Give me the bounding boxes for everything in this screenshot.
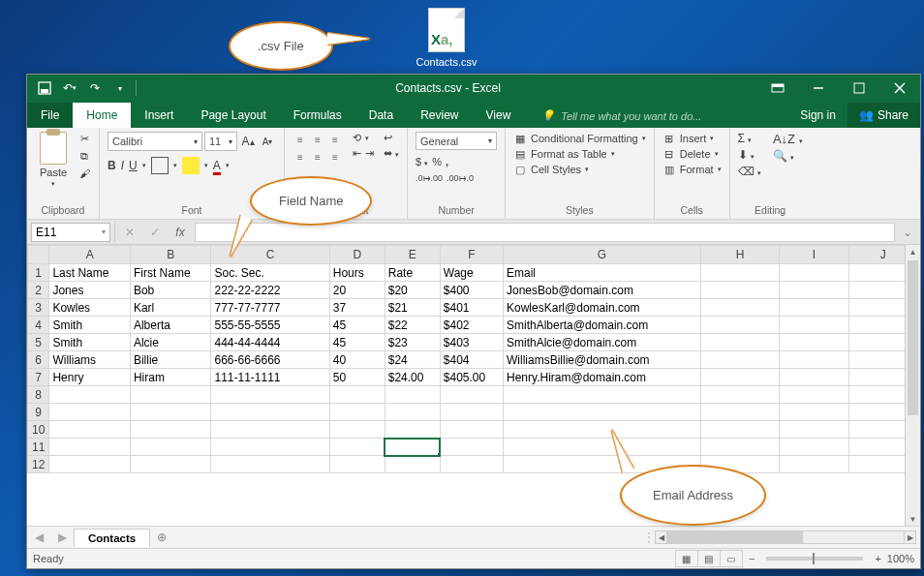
column-header-G[interactable]: G	[504, 246, 701, 264]
decrease-indent-icon[interactable]: ⇤	[353, 147, 361, 160]
save-icon[interactable]	[33, 76, 56, 100]
row-header-8[interactable]: 8	[28, 386, 49, 404]
cell-C3[interactable]: 777-77-7777	[211, 299, 329, 317]
cell-I2[interactable]	[780, 282, 848, 299]
cell-I10[interactable]	[780, 421, 848, 439]
tab-formulas[interactable]: Formulas	[280, 103, 355, 128]
percent-format-icon[interactable]: %	[432, 156, 442, 167]
comma-format-icon[interactable]: ,	[446, 156, 448, 167]
cell-G11[interactable]	[504, 439, 701, 456]
page-break-view-icon[interactable]: ▭	[720, 550, 743, 567]
cell-H3[interactable]	[700, 299, 780, 317]
horizontal-scrollbar[interactable]: ◀ ▶	[655, 531, 916, 544]
cell-H8[interactable]	[700, 386, 780, 404]
cell-B2[interactable]: Bob	[130, 282, 211, 299]
cell-C9[interactable]	[211, 404, 329, 421]
cell-H5[interactable]	[700, 334, 780, 351]
align-bottom-icon[interactable]: ≡	[327, 132, 343, 147]
cell-A12[interactable]	[49, 456, 131, 473]
cell-B1[interactable]: First Name	[130, 264, 211, 282]
cell-G2[interactable]: JonesBob@domain.com	[504, 282, 701, 299]
normal-view-icon[interactable]: ▦	[675, 550, 698, 567]
cell-styles-button[interactable]: ▢Cell Styles▾	[513, 163, 646, 176]
cell-B5[interactable]: Alcie	[130, 334, 211, 351]
row-header-3[interactable]: 3	[28, 299, 49, 317]
expand-formula-bar-icon[interactable]: ⌄	[899, 226, 916, 239]
cell-F1[interactable]: Wage	[440, 264, 503, 282]
cell-C11[interactable]	[211, 439, 329, 456]
align-right-icon[interactable]: ≡	[327, 149, 343, 165]
scroll-down-icon[interactable]: ▼	[906, 512, 920, 526]
cell-A3[interactable]: Kowles	[49, 299, 131, 317]
sign-in-button[interactable]: Sign in	[788, 103, 847, 128]
chevron-down-icon[interactable]: ▾	[142, 162, 146, 169]
undo-icon[interactable]: ↶ ▾	[58, 76, 81, 100]
cell-D8[interactable]	[329, 386, 385, 404]
desktop-file[interactable]: Xa, Contacts.csv	[413, 8, 480, 68]
cell-F11[interactable]	[440, 439, 503, 456]
row-header-10[interactable]: 10	[28, 421, 49, 439]
cell-F4[interactable]: $402	[440, 317, 503, 334]
new-sheet-button[interactable]: ⊕	[150, 530, 173, 545]
font-name-select[interactable]: Calibri▾	[108, 132, 202, 151]
row-header-11[interactable]: 11	[28, 439, 49, 456]
sheet-nav-next-icon[interactable]: ▶	[58, 531, 67, 544]
cell-F12[interactable]	[440, 456, 503, 473]
underline-button[interactable]: U	[129, 159, 138, 172]
cell-D4[interactable]: 45	[329, 317, 385, 334]
cell-A11[interactable]	[49, 439, 131, 456]
cell-I5[interactable]	[780, 334, 848, 351]
cell-I7[interactable]	[780, 369, 848, 386]
fill-color-button[interactable]	[182, 157, 200, 174]
cell-C2[interactable]: 222-22-2222	[211, 282, 329, 299]
share-button[interactable]: 👥 Share	[847, 103, 920, 128]
tell-me-search[interactable]: 💡 Tell me what you want to do...	[532, 104, 711, 128]
column-header-F[interactable]: F	[440, 246, 503, 264]
cell-H4[interactable]	[700, 317, 780, 334]
cell-B6[interactable]: Billie	[130, 351, 211, 369]
cell-E6[interactable]: $24	[385, 351, 440, 369]
row-header-4[interactable]: 4	[28, 317, 49, 334]
cell-D7[interactable]: 50	[329, 369, 385, 386]
fx-icon[interactable]: fx	[169, 223, 191, 242]
cell-E11[interactable]	[385, 439, 440, 456]
name-box[interactable]: E11▾	[31, 223, 110, 242]
cell-H7[interactable]	[700, 369, 780, 386]
cell-F3[interactable]: $401	[440, 299, 503, 317]
tab-home[interactable]: Home	[73, 103, 131, 128]
cell-F8[interactable]	[440, 386, 503, 404]
cell-A5[interactable]: Smith	[49, 334, 131, 351]
worksheet-area[interactable]: ABCDEFGHIJ 1Last NameFirst NameSoc. Sec.…	[27, 245, 920, 526]
vertical-scrollbar[interactable]: ▲ ▼	[905, 245, 920, 526]
cell-F7[interactable]: $405.00	[440, 369, 503, 386]
conditional-formatting-button[interactable]: ▦Conditional Formatting▾	[513, 132, 646, 145]
cell-D3[interactable]: 37	[329, 299, 385, 317]
cell-E12[interactable]	[385, 456, 440, 473]
cell-I6[interactable]	[780, 351, 848, 369]
tab-page-layout[interactable]: Page Layout	[187, 103, 279, 128]
italic-button[interactable]: I	[121, 159, 124, 172]
chevron-down-icon[interactable]: ▾	[204, 162, 208, 169]
cell-B11[interactable]	[130, 439, 211, 456]
cell-A4[interactable]: Smith	[49, 317, 131, 334]
insert-cells-button[interactable]: ⊞Insert▾	[662, 132, 722, 145]
cell-B3[interactable]: Karl	[130, 299, 211, 317]
cell-G7[interactable]: Henry.Hiram@domain.com	[504, 369, 701, 386]
column-header-B[interactable]: B	[130, 246, 211, 264]
maximize-icon[interactable]	[839, 75, 879, 102]
tab-review[interactable]: Review	[407, 103, 472, 128]
cell-B10[interactable]	[130, 421, 211, 439]
format-cells-button[interactable]: ▥Format▾	[662, 163, 722, 176]
cell-G6[interactable]: WilliamsBillie@domain.com	[504, 351, 701, 369]
scroll-right-icon[interactable]: ▶	[904, 531, 915, 543]
zoom-out-icon[interactable]: −	[749, 553, 755, 564]
cell-D9[interactable]	[329, 404, 385, 421]
cell-E8[interactable]	[385, 386, 440, 404]
cell-H6[interactable]	[700, 351, 780, 369]
cell-H9[interactable]	[700, 404, 780, 421]
border-button[interactable]	[151, 157, 169, 174]
column-header-E[interactable]: E	[385, 246, 440, 264]
column-header-D[interactable]: D	[329, 246, 385, 264]
cell-E1[interactable]: Rate	[385, 264, 440, 282]
font-color-button[interactable]: A	[213, 159, 221, 172]
